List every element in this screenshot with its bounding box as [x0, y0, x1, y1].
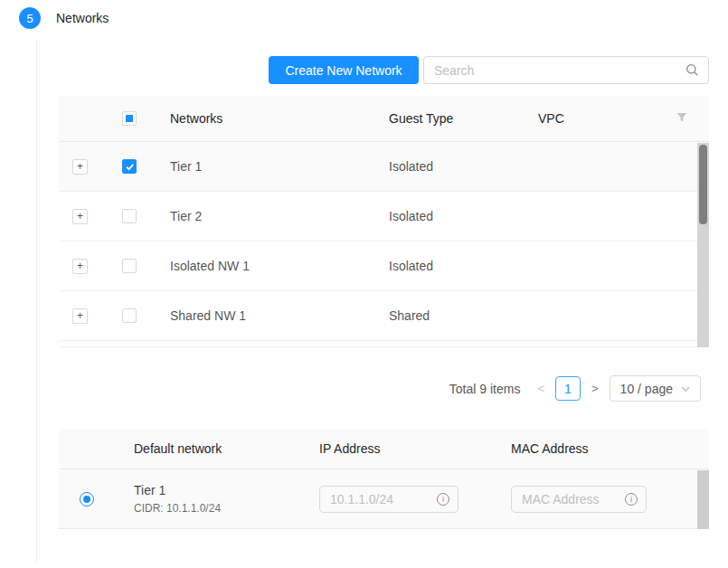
networks-table: Networks Guest Type VPC + Tier 1 Isolate… — [59, 96, 709, 347]
guest-type: Isolated — [389, 159, 538, 174]
column-header-default-network: Default network — [134, 441, 319, 456]
default-network-table: Default network IP Address MAC Address T… — [59, 429, 709, 529]
default-network-name: Tier 1 — [134, 483, 319, 497]
network-name: Tier 1 — [170, 159, 389, 174]
search-icon[interactable] — [685, 63, 708, 77]
filter-icon[interactable] — [676, 111, 687, 126]
step-connector-line — [36, 40, 37, 564]
networks-table-scrollbar[interactable] — [697, 143, 709, 347]
networks-table-header: Networks Guest Type VPC — [59, 96, 709, 142]
select-all-checkbox[interactable] — [122, 111, 137, 126]
pagination-prev-button[interactable]: < — [533, 382, 549, 395]
search-box[interactable] — [423, 56, 709, 84]
default-table-scrollbar[interactable] — [697, 470, 709, 529]
pagination: Total 9 items < 1 > 10 / page — [449, 375, 701, 402]
default-network-table-header: Default network IP Address MAC Address — [59, 429, 709, 469]
expand-row-button[interactable]: + — [72, 209, 88, 224]
expand-row-button[interactable]: + — [72, 308, 88, 324]
search-input[interactable] — [424, 63, 685, 78]
row-checkbox[interactable] — [122, 159, 137, 174]
row-checkbox[interactable] — [122, 259, 137, 273]
table-row[interactable]: + Tier 1 Isolated — [59, 142, 709, 192]
info-icon: i — [437, 493, 449, 506]
step-number-badge: 5 — [19, 7, 41, 29]
column-header-networks: Networks — [170, 111, 389, 126]
default-network-radio[interactable] — [80, 492, 94, 506]
network-name: Shared NW 1 — [170, 308, 389, 323]
default-network-cidr: CIDR: 10.1.1.0/24 — [134, 502, 319, 515]
table-row[interactable]: + Shared NW 1 Shared — [59, 291, 709, 341]
row-checkbox[interactable] — [122, 209, 137, 223]
info-icon: i — [625, 493, 638, 506]
expand-row-button[interactable]: + — [72, 259, 88, 274]
default-network-row[interactable]: Tier 1 CIDR: 10.1.1.0/24 i i — [59, 469, 709, 529]
step-header: 5 Networks — [19, 7, 109, 29]
ip-address-input[interactable] — [320, 492, 437, 506]
pagination-next-button[interactable]: > — [587, 382, 603, 395]
network-name: Tier 2 — [170, 209, 389, 223]
guest-type: Isolated — [389, 259, 538, 273]
step-title: Networks — [56, 11, 109, 25]
table-row[interactable]: + Isolated NW 1 Isolated — [59, 241, 709, 291]
create-new-network-button[interactable]: Create New Network — [269, 56, 419, 84]
scrollbar-thumb[interactable] — [699, 145, 707, 224]
page-size-select[interactable]: 10 / page — [610, 375, 701, 402]
pagination-page-1[interactable]: 1 — [555, 376, 581, 401]
network-name: Isolated NW 1 — [170, 259, 389, 273]
table-bottom-strip — [59, 341, 709, 347]
expand-row-button[interactable]: + — [72, 159, 88, 175]
chevron-down-icon — [681, 386, 690, 392]
row-checkbox[interactable] — [122, 308, 137, 323]
page-size-label: 10 / page — [620, 382, 673, 396]
guest-type: Shared — [389, 308, 538, 323]
pagination-total: Total 9 items — [449, 382, 521, 396]
column-header-ip-address: IP Address — [319, 441, 511, 456]
column-header-guest-type: Guest Type — [389, 111, 538, 126]
table-row[interactable]: + Tier 2 Isolated — [59, 192, 709, 241]
guest-type: Isolated — [389, 209, 538, 223]
column-header-vpc: VPC — [538, 111, 676, 126]
column-header-mac-address: MAC Address — [511, 441, 709, 456]
mac-address-input[interactable] — [512, 492, 625, 506]
